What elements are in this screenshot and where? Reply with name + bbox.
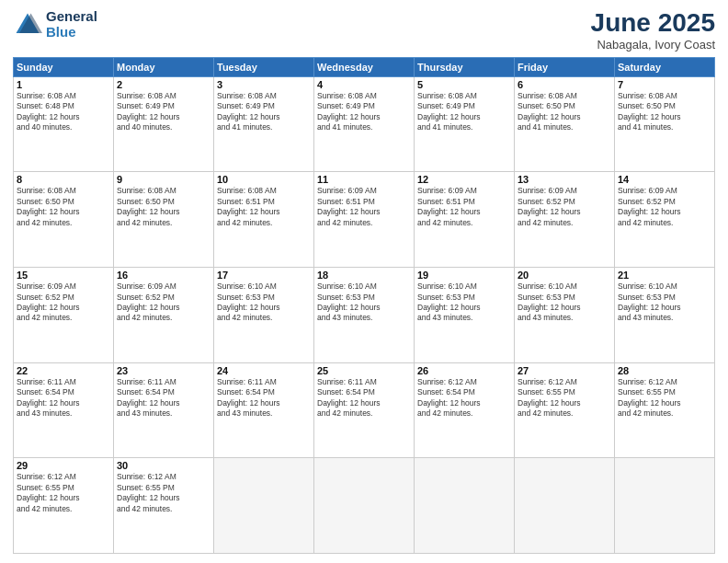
calendar-day: 9Sunrise: 6:08 AMSunset: 6:50 PMDaylight… [114,172,214,268]
day-info: Sunrise: 6:10 AMSunset: 6:53 PMDaylight:… [518,282,611,324]
calendar-day [214,458,314,554]
day-info: Sunrise: 6:09 AMSunset: 6:52 PMDaylight:… [117,282,210,324]
day-number: 6 [518,79,611,90]
day-info: Sunrise: 6:10 AMSunset: 6:53 PMDaylight:… [217,282,311,324]
calendar-day: 29Sunrise: 6:12 AMSunset: 6:55 PMDayligh… [14,458,114,554]
day-number: 9 [117,174,210,185]
weekday-header: Wednesday [314,57,415,76]
calendar-day: 25Sunrise: 6:11 AMSunset: 6:54 PMDayligh… [314,362,415,458]
day-number: 21 [618,270,711,281]
day-number: 25 [317,365,411,376]
day-number: 2 [117,79,210,90]
calendar-week: 22Sunrise: 6:11 AMSunset: 6:54 PMDayligh… [14,362,715,458]
calendar-day [415,458,515,554]
day-number: 26 [417,365,511,376]
calendar-day: 27Sunrise: 6:12 AMSunset: 6:55 PMDayligh… [515,362,615,458]
day-info: Sunrise: 6:08 AMSunset: 6:49 PMDaylight:… [417,91,511,133]
day-number: 11 [317,174,411,185]
weekday-header: Saturday [615,57,715,76]
day-info: Sunrise: 6:11 AMSunset: 6:54 PMDaylight:… [217,377,311,419]
day-info: Sunrise: 6:09 AMSunset: 6:52 PMDaylight:… [518,186,611,228]
day-info: Sunrise: 6:12 AMSunset: 6:55 PMDaylight:… [518,377,611,419]
day-info: Sunrise: 6:08 AMSunset: 6:49 PMDaylight:… [117,91,210,133]
day-number: 1 [17,79,110,90]
day-info: Sunrise: 6:10 AMSunset: 6:53 PMDaylight:… [618,282,711,324]
day-info: Sunrise: 6:08 AMSunset: 6:50 PMDaylight:… [518,91,611,133]
calendar-week: 1Sunrise: 6:08 AMSunset: 6:48 PMDaylight… [14,76,715,172]
day-number: 8 [17,174,110,185]
calendar-day: 18Sunrise: 6:10 AMSunset: 6:53 PMDayligh… [314,268,415,363]
calendar-day: 6Sunrise: 6:08 AMSunset: 6:50 PMDaylight… [515,76,615,172]
day-info: Sunrise: 6:11 AMSunset: 6:54 PMDaylight:… [317,377,411,419]
day-number: 20 [518,270,611,281]
day-info: Sunrise: 6:09 AMSunset: 6:52 PMDaylight:… [618,186,711,228]
day-number: 3 [217,79,311,90]
calendar-day: 5Sunrise: 6:08 AMSunset: 6:49 PMDaylight… [415,76,515,172]
calendar-day: 10Sunrise: 6:08 AMSunset: 6:51 PMDayligh… [214,172,314,268]
calendar-day: 15Sunrise: 6:09 AMSunset: 6:52 PMDayligh… [14,268,114,363]
day-info: Sunrise: 6:09 AMSunset: 6:51 PMDaylight:… [417,186,511,228]
day-info: Sunrise: 6:08 AMSunset: 6:50 PMDaylight:… [117,186,210,228]
calendar-day: 13Sunrise: 6:09 AMSunset: 6:52 PMDayligh… [515,172,615,268]
calendar-day: 21Sunrise: 6:10 AMSunset: 6:53 PMDayligh… [615,268,715,363]
weekday-header: Thursday [415,57,515,76]
day-info: Sunrise: 6:12 AMSunset: 6:55 PMDaylight:… [117,472,210,514]
title-block: June 2025 Nabagala, Ivory Coast [591,9,715,52]
day-info: Sunrise: 6:12 AMSunset: 6:55 PMDaylight:… [17,472,110,514]
day-info: Sunrise: 6:08 AMSunset: 6:49 PMDaylight:… [317,91,411,133]
calendar-day: 19Sunrise: 6:10 AMSunset: 6:53 PMDayligh… [415,268,515,363]
logo-blue: Blue [46,25,97,40]
day-number: 29 [17,460,110,471]
calendar-day: 22Sunrise: 6:11 AMSunset: 6:54 PMDayligh… [14,362,114,458]
calendar-day: 20Sunrise: 6:10 AMSunset: 6:53 PMDayligh… [515,268,615,363]
calendar-day: 8Sunrise: 6:08 AMSunset: 6:50 PMDaylight… [14,172,114,268]
day-info: Sunrise: 6:10 AMSunset: 6:53 PMDaylight:… [417,282,511,324]
header: General Blue June 2025 Nabagala, Ivory C… [13,9,715,52]
weekday-header: Tuesday [214,57,314,76]
calendar-day: 3Sunrise: 6:08 AMSunset: 6:49 PMDaylight… [214,76,314,172]
day-number: 28 [618,365,711,376]
calendar-week: 8Sunrise: 6:08 AMSunset: 6:50 PMDaylight… [14,172,715,268]
logo-icon [13,10,42,40]
calendar-day: 24Sunrise: 6:11 AMSunset: 6:54 PMDayligh… [214,362,314,458]
day-info: Sunrise: 6:12 AMSunset: 6:55 PMDaylight:… [618,377,711,419]
calendar-day: 23Sunrise: 6:11 AMSunset: 6:54 PMDayligh… [114,362,214,458]
day-number: 30 [117,460,210,471]
calendar: SundayMondayTuesdayWednesdayThursdayFrid… [13,57,715,554]
day-info: Sunrise: 6:09 AMSunset: 6:51 PMDaylight:… [317,186,411,228]
day-info: Sunrise: 6:08 AMSunset: 6:50 PMDaylight:… [618,91,711,133]
calendar-day: 28Sunrise: 6:12 AMSunset: 6:55 PMDayligh… [615,362,715,458]
calendar-day: 11Sunrise: 6:09 AMSunset: 6:51 PMDayligh… [314,172,415,268]
day-number: 15 [17,270,110,281]
day-number: 7 [618,79,711,90]
calendar-day: 16Sunrise: 6:09 AMSunset: 6:52 PMDayligh… [114,268,214,363]
day-number: 14 [618,174,711,185]
calendar-day: 26Sunrise: 6:12 AMSunset: 6:54 PMDayligh… [415,362,515,458]
calendar-day: 30Sunrise: 6:12 AMSunset: 6:55 PMDayligh… [114,458,214,554]
calendar-day [615,458,715,554]
day-number: 18 [317,270,411,281]
day-number: 23 [117,365,210,376]
day-info: Sunrise: 6:10 AMSunset: 6:53 PMDaylight:… [317,282,411,324]
weekday-header: Friday [515,57,615,76]
location: Nabagala, Ivory Coast [591,38,715,52]
weekday-header: Monday [114,57,214,76]
calendar-week: 15Sunrise: 6:09 AMSunset: 6:52 PMDayligh… [14,268,715,363]
calendar-day: 12Sunrise: 6:09 AMSunset: 6:51 PMDayligh… [415,172,515,268]
calendar-day: 2Sunrise: 6:08 AMSunset: 6:49 PMDaylight… [114,76,214,172]
month-title: June 2025 [591,9,715,38]
day-info: Sunrise: 6:08 AMSunset: 6:50 PMDaylight:… [17,186,110,228]
day-number: 5 [417,79,511,90]
day-info: Sunrise: 6:08 AMSunset: 6:51 PMDaylight:… [217,186,311,228]
calendar-day: 1Sunrise: 6:08 AMSunset: 6:48 PMDaylight… [14,76,114,172]
logo: General Blue [13,9,97,40]
day-number: 27 [518,365,611,376]
day-number: 22 [17,365,110,376]
page: General Blue June 2025 Nabagala, Ivory C… [0,0,728,563]
day-info: Sunrise: 6:11 AMSunset: 6:54 PMDaylight:… [17,377,110,419]
day-number: 13 [518,174,611,185]
day-number: 17 [217,270,311,281]
calendar-day [515,458,615,554]
calendar-week: 29Sunrise: 6:12 AMSunset: 6:55 PMDayligh… [14,458,715,554]
calendar-day [314,458,415,554]
